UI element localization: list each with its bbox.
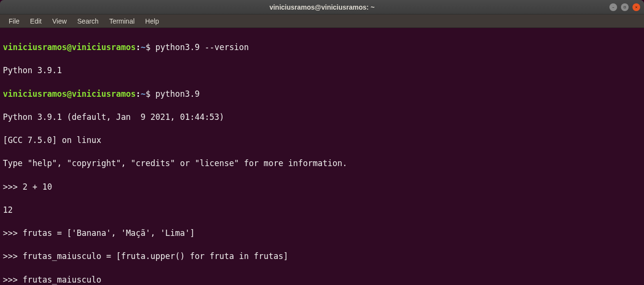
repl-line: >>> 2 + 10 — [3, 181, 641, 193]
prompt-path: ~ — [141, 89, 146, 99]
prompt-colon: : — [136, 89, 140, 99]
prompt-dollar: $ — [146, 89, 155, 99]
svg-rect-1 — [624, 6, 626, 8]
window-title: viniciusramos@viniciusramos: ~ — [270, 3, 375, 11]
repl-line: >>> frutas_maiusculo — [3, 274, 641, 285]
prompt-line: viniciusramos@viniciusramos:~$ python3.9 — [3, 88, 641, 100]
menu-help[interactable]: Help — [140, 15, 164, 27]
prompt-dollar: $ — [146, 42, 155, 52]
minimize-button[interactable] — [609, 3, 617, 11]
output-line: 12 — [3, 204, 641, 216]
close-button[interactable] — [632, 3, 640, 11]
titlebar[interactable]: viniciusramos@viniciusramos: ~ — [0, 0, 644, 14]
repl-input: frutas_maiusculo = [fruta.upper() for fr… — [23, 251, 288, 261]
menubar: File Edit View Search Terminal Help — [0, 14, 644, 28]
repl-input: frutas_maiusculo — [23, 275, 101, 285]
repl-prompt: >>> — [3, 251, 23, 261]
output-line: Type "help", "copyright", "credits" or "… — [3, 157, 641, 169]
prompt-at: @ — [67, 89, 72, 99]
prompt-line: viniciusramos@viniciusramos:~$ python3.9… — [3, 41, 641, 53]
repl-line: >>> frutas = ['Banana', 'Maçã', 'Lima'] — [3, 227, 641, 239]
repl-input: frutas = ['Banana', 'Maçã', 'Lima'] — [23, 228, 195, 238]
prompt-host: viniciusramos — [72, 89, 136, 99]
prompt-colon: : — [136, 42, 140, 52]
repl-input: 2 + 10 — [23, 182, 52, 192]
menu-view[interactable]: View — [48, 15, 72, 27]
maximize-button[interactable] — [621, 3, 629, 11]
prompt-user: viniciusramos — [3, 42, 67, 52]
prompt-host: viniciusramos — [72, 42, 136, 52]
prompt-at: @ — [67, 42, 72, 52]
repl-line: >>> frutas_maiusculo = [fruta.upper() fo… — [3, 250, 641, 262]
window-controls — [609, 3, 640, 11]
menu-search[interactable]: Search — [73, 15, 103, 27]
menu-file[interactable]: File — [4, 15, 25, 27]
terminal-viewport[interactable]: viniciusramos@viniciusramos:~$ python3.9… — [0, 28, 644, 285]
output-line: [GCC 7.5.0] on linux — [3, 134, 641, 146]
command-text: python3.9 --version — [155, 42, 248, 52]
terminal-window: viniciusramos@viniciusramos: ~ File Edit… — [0, 0, 644, 285]
output-line: Python 3.9.1 (default, Jan 9 2021, 01:44… — [3, 111, 641, 123]
repl-prompt: >>> — [3, 228, 23, 238]
menu-terminal[interactable]: Terminal — [104, 15, 139, 27]
repl-prompt: >>> — [3, 182, 23, 192]
prompt-path: ~ — [141, 42, 146, 52]
prompt-user: viniciusramos — [3, 89, 67, 99]
menu-edit[interactable]: Edit — [25, 15, 47, 27]
repl-prompt: >>> — [3, 275, 23, 285]
command-text: python3.9 — [155, 89, 199, 99]
output-line: Python 3.9.1 — [3, 65, 641, 76]
